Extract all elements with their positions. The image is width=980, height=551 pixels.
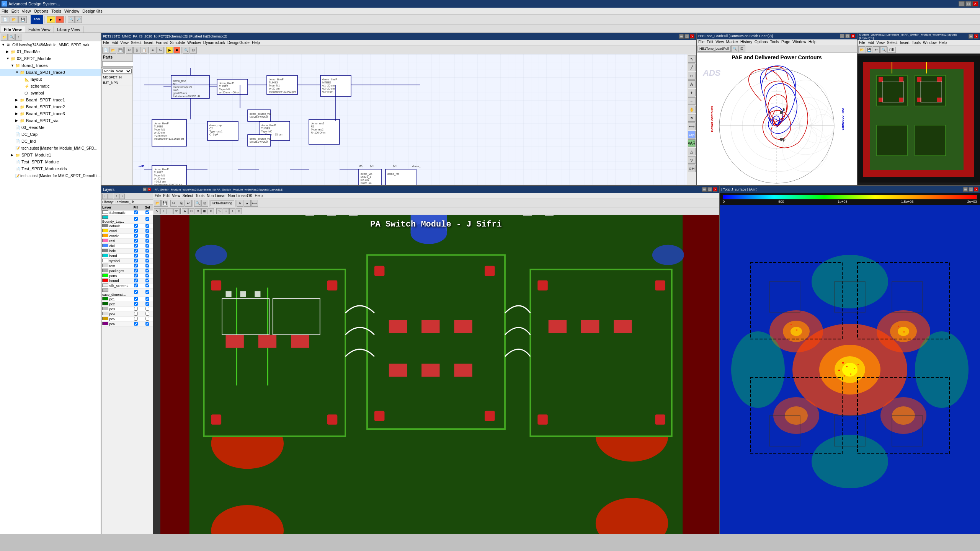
schem-menu-insert[interactable]: Insert — [144, 41, 154, 45]
parts-item-bjt[interactable]: BJT_NPN — [101, 80, 132, 86]
layer-sel[interactable] — [142, 302, 153, 306]
layout-top-min[interactable]: ─ — [969, 34, 973, 39]
layer-row[interactable]: Boundy_Lay... — [101, 215, 153, 223]
tree-item-trace3[interactable]: ▶📁 Board_SPDT_trace3 — [0, 110, 101, 117]
smith-menu-edit[interactable]: Edit — [707, 40, 713, 44]
layer-row[interactable]: case_dimensi... — [101, 288, 153, 297]
schem-menu-help[interactable]: Help — [252, 41, 260, 45]
sidebar-tb1[interactable]: 📁 — [1, 34, 8, 41]
schem-menu-file[interactable]: File — [103, 41, 109, 45]
layer-sel[interactable] — [142, 238, 153, 243]
pal-triangle-up[interactable]: △ — [688, 148, 696, 155]
p3-tb9[interactable]: ▲ — [244, 200, 251, 207]
layer-fill[interactable] — [129, 311, 142, 316]
lt-menu-select[interactable]: Select — [887, 41, 898, 45]
layer-fill[interactable] — [129, 223, 142, 228]
p3-tb8[interactable]: A — [237, 200, 243, 207]
tree-item-schematic[interactable]: ⚡ schematic — [0, 83, 101, 90]
p3-tb3[interactable]: ✂ — [170, 200, 177, 207]
smith-min[interactable]: ─ — [840, 34, 844, 38]
pcb3d-close[interactable]: ✕ — [713, 187, 717, 192]
p3-tb2-13[interactable]: ⊞ — [236, 208, 242, 214]
parts-item-mosfet[interactable]: MOSFET_N — [101, 75, 132, 80]
schem-max[interactable]: □ — [684, 34, 689, 39]
tree-item-test-spdt[interactable]: 📄 Test_SPDT_Module — [0, 158, 101, 165]
layer-fill[interactable] — [129, 258, 142, 263]
tree-item-via[interactable]: ▶📁 Board_SPDT_via — [0, 117, 101, 124]
schem-menu-select[interactable]: Select — [131, 41, 142, 45]
layer-sel[interactable] — [142, 273, 153, 278]
pcb3d-menu-edit[interactable]: Edit — [163, 194, 170, 198]
tab-folder-view[interactable]: Folder View — [25, 26, 54, 33]
pcb3d-menu-tools[interactable]: Tools — [196, 194, 204, 198]
tree-item-03readme[interactable]: 📄 03_ReadMe — [0, 124, 101, 131]
pal-rotate[interactable]: ↻ — [688, 114, 696, 122]
pcb3d-menu-help[interactable]: Help — [255, 194, 263, 198]
layer-sel[interactable] — [142, 268, 153, 273]
schem-min[interactable]: ─ — [679, 34, 684, 39]
layer-row[interactable]: text — [101, 263, 153, 268]
p3-tb7[interactable]: ⊡ — [201, 200, 208, 207]
layer-fill[interactable] — [129, 321, 142, 326]
zoom-out-btn[interactable]: 🔎 — [75, 16, 82, 23]
tree-item-tech-subst2[interactable]: 📝 tech.subst [Master for MMIC_SPDT_DemoK… — [0, 172, 101, 179]
p3-tb2-2[interactable]: + — [160, 208, 167, 214]
schem-tb-sim[interactable]: ▶ — [166, 47, 173, 54]
tree-item-trace1[interactable]: ▶📁 Board_SPDT_trace1 — [0, 96, 101, 103]
layer-sel[interactable] — [142, 278, 153, 283]
pcb3d-min[interactable]: ─ — [702, 187, 707, 192]
menu-tools[interactable]: Tools — [51, 9, 61, 13]
schem-menu-view[interactable]: View — [120, 41, 129, 45]
p3-tb2-10[interactable]: ⤡ — [216, 208, 222, 214]
menu-edit[interactable]: Edit — [11, 9, 19, 13]
pal-zoom-in[interactable]: + — [688, 89, 696, 96]
layer-row[interactable]: cond — [101, 228, 153, 233]
layers-tb3[interactable]: ↑ — [114, 194, 119, 199]
layer-row[interactable]: bound — [101, 278, 153, 283]
p3-tb6[interactable]: 🔍 — [194, 200, 201, 207]
heatmap-canvas[interactable] — [720, 205, 980, 534]
tab-file-view[interactable]: File View — [1, 26, 25, 33]
p3-tb1[interactable]: 📂 — [154, 200, 161, 207]
menu-window[interactable]: Window — [64, 9, 79, 13]
layers-tb2[interactable]: − — [108, 194, 113, 199]
minimize-btn[interactable]: ─ — [959, 1, 965, 7]
pal-text[interactable]: A — [688, 80, 696, 88]
lt-tb-1[interactable]: 📂 — [858, 46, 865, 53]
layer-row[interactable]: ports — [101, 273, 153, 278]
schem-menu-format[interactable]: Format — [156, 41, 168, 45]
smith-close[interactable]: ✕ — [851, 34, 855, 38]
p3-tb2-11[interactable]: ↔ — [223, 208, 229, 214]
layer-fill[interactable] — [129, 302, 142, 306]
save-btn[interactable]: 💾 — [18, 16, 27, 23]
schem-menu-dynamiclink[interactable]: DynamicLink — [203, 41, 225, 45]
p3-tb5[interactable]: ↩ — [185, 200, 192, 207]
tree-item-dc-ind[interactable]: 📄 DC_Ind — [0, 138, 101, 145]
layer-fill[interactable] — [129, 278, 142, 283]
lt-menu-view[interactable]: View — [876, 41, 885, 45]
pcb3d-menu-view[interactable]: View — [172, 194, 180, 198]
layer-row[interactable]: packages — [101, 268, 153, 273]
layer-row[interactable]: hole — [101, 248, 153, 253]
pal-var[interactable]: VAR — [688, 139, 696, 147]
zoom-in-btn[interactable]: 🔍 — [68, 16, 75, 23]
layer-sel[interactable] — [142, 263, 153, 268]
pcb3d-canvas[interactable]: PA Switch Module - J Sifri — [153, 215, 719, 534]
menu-options[interactable]: Options — [34, 9, 48, 13]
schem-close[interactable]: ✕ — [690, 34, 694, 39]
tree-item-tech-subst1[interactable]: 📝 tech.subst [Master for Module_MMIC_SPD… — [0, 145, 101, 152]
layer-fill[interactable] — [129, 210, 142, 215]
smith-menu-history[interactable]: History — [740, 40, 752, 44]
p3-tb2-5[interactable]: A — [182, 208, 188, 214]
tab-library-view[interactable]: Library View — [54, 26, 83, 33]
layers-tb4[interactable]: ↓ — [119, 194, 125, 199]
tree-item-layout[interactable]: 📐 layout — [0, 76, 101, 83]
layers-close[interactable]: ✕ — [147, 187, 151, 191]
layer-row[interactable]: pc6 — [101, 321, 153, 326]
sim-btn[interactable]: ▶ — [47, 16, 55, 23]
tree-root[interactable]: ▼🖥 C:\Users\sg74348\Module_MMIC_SPDT_wrk — [0, 41, 101, 48]
layers-min[interactable]: ─ — [143, 187, 147, 191]
lt-menu-file[interactable]: File — [859, 41, 865, 45]
layer-row[interactable]: pc2 — [101, 302, 153, 306]
schem-tb-redo[interactable]: ↪ — [157, 47, 164, 54]
